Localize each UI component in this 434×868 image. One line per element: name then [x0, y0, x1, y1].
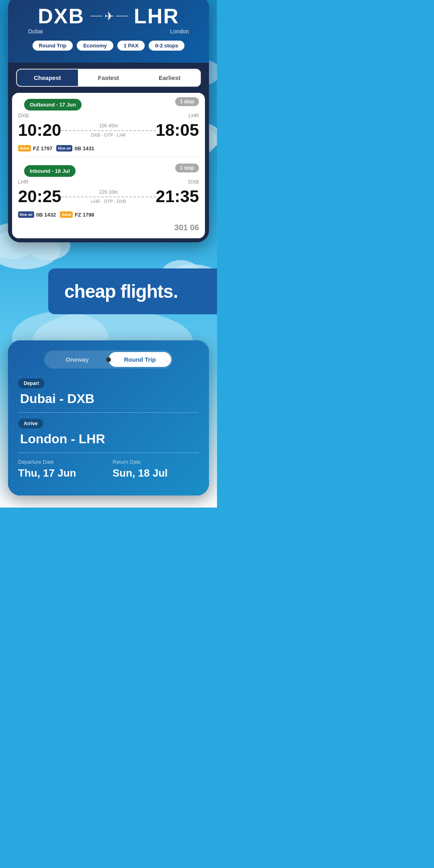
depart-label: Depart — [18, 379, 45, 388]
search-form: Depart Dubai - DXB Arrive London - LHR D… — [18, 379, 199, 479]
origin-code: DXB — [38, 4, 84, 28]
depart-city[interactable]: Dubai - DXB — [18, 391, 199, 406]
inbound-stops: 1 stop — [175, 164, 199, 172]
cheap-flights-banner: cheap flights. — [48, 268, 217, 314]
departure-date-label: Departure Date — [18, 459, 104, 465]
pax-filter[interactable]: 1 PAX — [117, 41, 145, 51]
dest-city: London — [170, 28, 189, 35]
tab-cheapest[interactable]: Cheapest — [17, 70, 78, 86]
cabin-filter[interactable]: Economy — [77, 41, 113, 51]
inbound-flight-1-no: 0B 1432 — [36, 212, 56, 218]
outbound-label: Outbound - 17 Jun — [24, 99, 82, 111]
inbound-duration: 22h 10m — [61, 189, 156, 195]
departure-date-block[interactable]: Departure Date Thu, 17 Jun — [18, 459, 104, 479]
outbound-flights: dubai FZ 1797 blue air 0B 1431 — [12, 142, 205, 155]
plane-icon: ✈ — [104, 10, 114, 23]
toggle-roundtrip[interactable]: Round Trip — [108, 352, 171, 367]
dubai-logo-2: dubai — [60, 211, 73, 218]
banner-text: cheap flights. — [64, 280, 197, 302]
toggle-oneway[interactable]: Oneway — [46, 352, 108, 367]
inbound-route: LHR - OTP - DXB — [61, 199, 156, 204]
inbound-arrive-time: 21:35 — [156, 187, 199, 206]
trip-type-toggle[interactable]: Oneway Round Trip — [44, 350, 173, 368]
outbound-dest-label: LHR — [188, 113, 199, 119]
tab-earliest[interactable]: Earliest — [139, 70, 200, 86]
phone-card-top: DXB ✈ LHR Dubai London Round Trip Econom… — [8, 0, 209, 242]
blueair-logo-2: blue air — [18, 211, 34, 218]
outbound-flight-1-no: FZ 1797 — [33, 145, 52, 151]
return-date-value: Sun, 18 Jul — [113, 467, 199, 479]
inbound-segment: Inbound - 18 Jul 1 stop LHR DXB 20:25 22… — [12, 159, 205, 221]
tab-fastest[interactable]: Fastest — [78, 70, 139, 86]
arrive-label: Arrive — [18, 419, 43, 428]
outbound-depart-time: 10:20 — [18, 121, 61, 140]
phone-card-bottom: Oneway Round Trip Depart Dubai - DXB Arr… — [8, 340, 209, 495]
outbound-duration: 10h 45m — [61, 123, 156, 129]
sort-tabs: Cheapest Fastest Earliest — [16, 69, 201, 87]
inbound-flights: blue air 0B 1432 dubai FZ 1798 — [12, 208, 205, 221]
departure-date-value: Thu, 17 Jun — [18, 467, 104, 479]
dates-section: Departure Date Thu, 17 Jun Return Date S… — [18, 459, 199, 479]
dubai-logo-1: dubai — [18, 145, 31, 151]
return-date-block[interactable]: Return Date Sun, 18 Jul — [113, 459, 199, 479]
arrive-city[interactable]: London - LHR — [18, 432, 199, 446]
flight-results: Outbound - 17 Jun 1 stop DXB LHR 10:20 1… — [12, 93, 205, 238]
price-preview: 301 06 — [12, 221, 205, 234]
trip-type-filter[interactable]: Round Trip — [33, 41, 73, 51]
outbound-flight-2: blue air 0B 1431 — [56, 145, 94, 151]
inbound-flight-2: dubai FZ 1798 — [60, 211, 94, 218]
toggle-indicator — [106, 357, 111, 362]
outbound-stops: 1 stop — [175, 97, 199, 106]
outbound-segment: Outbound - 17 Jun 1 stop DXB LHR 10:20 1… — [12, 93, 205, 155]
inbound-dest-label: DXB — [188, 179, 199, 185]
inbound-label: Inbound - 18 Jul — [24, 165, 76, 177]
origin-city: Dubai — [28, 28, 43, 35]
outbound-flight-1: dubai FZ 1797 — [18, 145, 52, 151]
outbound-origin-label: DXB — [18, 113, 29, 119]
blueair-logo-1: blue air — [56, 145, 72, 151]
outbound-flight-2-no: 0B 1431 — [74, 145, 94, 151]
stops-filter[interactable]: 0-2 stops — [149, 41, 184, 51]
dest-code: LHR — [134, 4, 179, 28]
outbound-arrive-time: 18:05 — [156, 121, 199, 140]
return-date-label: Return Date — [113, 459, 199, 465]
inbound-flight-1: blue air 0B 1432 — [18, 211, 56, 218]
inbound-flight-2-no: FZ 1798 — [75, 212, 94, 218]
inbound-depart-time: 20:25 — [18, 187, 61, 206]
inbound-origin-label: LHR — [18, 179, 29, 185]
outbound-route: DXB - OTP - LHR — [61, 133, 156, 137]
